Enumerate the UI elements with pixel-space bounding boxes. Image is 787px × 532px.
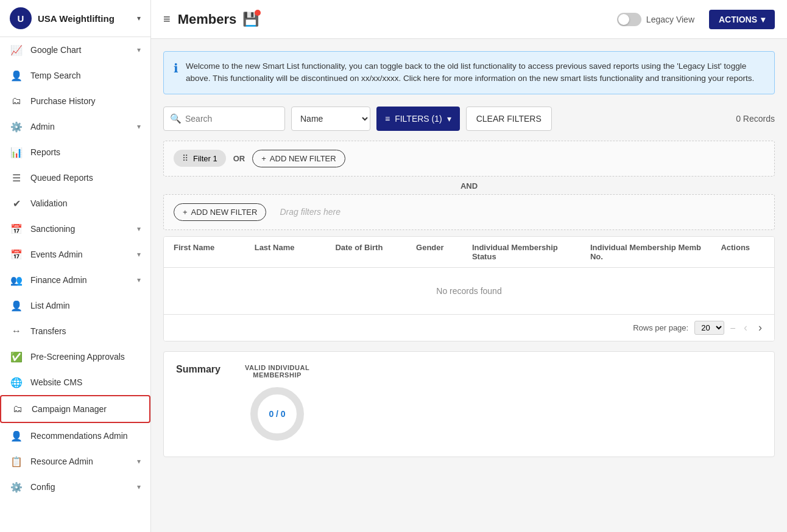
sidebar-label-temp-search: Temp Search [30,71,141,80]
name-filter-select[interactable]: Name [291,107,370,131]
sidebar-item-admin[interactable]: ⚙️ Admin ▾ [0,114,150,139]
sidebar-item-temp-search[interactable]: 👤 Temp Search [0,63,150,88]
donut-chart: 0 / 0 [247,383,308,444]
menu-icon[interactable]: ≡ [163,12,171,26]
sidebar-label-pre-screening: Pre-Screening Approvals [30,352,141,362]
sidebar-item-queued-reports[interactable]: ☰ Queued Reports [0,165,150,191]
add-filter-button-2[interactable]: + ADD NEW FILTER [174,203,266,221]
rows-per-page-select[interactable]: 20 [694,321,724,335]
main-content: ≡ Members 💾 Legacy View ACTIONS ▾ ℹ Welc… [151,0,787,532]
resource-admin-icon: 📋 [10,455,23,468]
sidebar-item-recommendations-admin[interactable]: 👤 Recommendations Admin [0,423,150,449]
avatar: U [10,7,32,29]
grip-icon: ⠿ [182,153,188,163]
sidebar-label-transfers: Transfers [30,326,141,336]
search-input[interactable] [185,114,278,124]
and-label: AND [163,181,775,191]
sanctioning-icon: 📅 [10,222,23,236]
sidebar-label-purchase-history: Purchase History [30,96,141,106]
sidebar-label-admin: Admin [30,122,130,131]
sidebar-item-website-cms[interactable]: 🌐 Website CMS [0,369,150,395]
sidebar-nav: 📈 Google Chart ▾ 👤 Temp Search 🗂 Purchas… [0,37,150,500]
info-banner: ℹ Welcome to the new Smart List function… [163,51,775,94]
chevron-down-icon: ▾ [137,14,141,23]
toggle-knob [618,14,629,25]
filter-group-2: + ADD NEW FILTER Drag filters here [163,194,775,230]
summary-label: Summary [176,364,221,375]
sidebar-label-finance-admin: Finance Admin [30,275,130,285]
filter-row-1: ⠿ Filter 1 OR + ADD NEW FILTER [174,150,764,167]
summary-section: Summary VALID INDIVIDUALMEMBERSHIP 0 / 0 [163,351,775,457]
google-chart-icon: 📈 [10,43,23,57]
save-icon[interactable]: 💾 [242,12,259,27]
sidebar-item-pre-screening[interactable]: ✅ Pre-Screening Approvals [0,344,150,369]
admin-icon: ⚙️ [10,120,23,133]
add-filter-button-1[interactable]: + ADD NEW FILTER [252,150,345,167]
members-table: First NameLast NameDate of BirthGenderIn… [163,236,775,341]
actions-button[interactable]: ACTIONS ▾ [709,10,775,29]
info-icon: ℹ [174,61,178,85]
chevron-right-icon: ▾ [137,122,141,131]
sidebar-item-list-admin[interactable]: 👤 List Admin [0,293,150,318]
filter-chip-1[interactable]: ⠿ Filter 1 [174,150,226,167]
table-column-date-of-birth: Date of Birth [335,243,410,261]
chevron-right-icon: ▾ [137,276,141,284]
table-column-gender: Gender [416,243,466,261]
pagination-next-button[interactable]: › [756,321,764,334]
pagination-separator: – [730,323,735,332]
table-column-first-name: First Name [174,243,249,261]
add-filter-label-2: ADD NEW FILTER [191,208,258,217]
transfers-icon: ↔ [10,324,23,338]
campaign-manager-icon: 🗂 [11,402,24,416]
config-icon: ⚙️ [10,480,23,494]
sidebar-item-validation[interactable]: ✔ Validation [0,191,150,216]
filter-bar: 🔍 Name ≡ FILTERS (1) ▾ CLEAR FILTERS 0 R… [163,107,775,131]
sidebar-item-config[interactable]: ⚙️ Config ▾ [0,474,150,500]
plus-icon-2: + [183,208,188,217]
sidebar-item-transfers[interactable]: ↔ Transfers [0,318,150,344]
sidebar-item-google-chart[interactable]: 📈 Google Chart ▾ [0,37,150,63]
list-admin-icon: 👤 [10,299,23,312]
sidebar-label-campaign-manager: Campaign Manager [32,404,139,414]
sidebar-item-finance-admin[interactable]: 👥 Finance Admin ▾ [0,267,150,293]
sidebar-item-sanctioning[interactable]: 📅 Sanctioning ▾ [0,216,150,242]
legacy-label: Legacy View [646,15,694,24]
page-title: Members 💾 [178,12,610,27]
table-footer: Rows per page: 20 – ‹ › [164,314,774,341]
sidebar-label-reports: Reports [30,147,141,157]
plus-icon: + [261,154,266,163]
rows-per-page-label: Rows per page: [633,323,688,332]
table-column-individual-membership-memb-no.: Individual Membership Memb No. [590,243,715,261]
table-column-actions: Actions [721,243,764,261]
legacy-toggle-wrapper: Legacy View [617,13,694,26]
sidebar-item-resource-admin[interactable]: 📋 Resource Admin ▾ [0,449,150,474]
sidebar-item-purchase-history[interactable]: 🗂 Purchase History [0,88,150,114]
donut-title: VALID INDIVIDUALMEMBERSHIP [245,364,309,379]
actions-label: ACTIONS [719,15,757,24]
chevron-right-icon: ▾ [137,457,141,466]
website-cms-icon: 🌐 [10,376,23,389]
sidebar-label-events-admin: Events Admin [30,250,130,259]
chevron-right-icon: ▾ [137,250,141,259]
sidebar-org-header[interactable]: U USA Weightlifting ▾ [0,0,150,37]
events-admin-icon: 📅 [10,248,23,261]
sidebar-item-campaign-manager[interactable]: 🗂 Campaign Manager [0,395,150,423]
legacy-view-toggle[interactable] [617,13,641,26]
queued-reports-icon: ☰ [10,171,23,184]
filter-group-1: ⠿ Filter 1 OR + ADD NEW FILTER [163,141,775,177]
purchase-history-icon: 🗂 [10,94,23,108]
main-scroll-content: ℹ Welcome to the new Smart List function… [151,39,787,532]
donut-chart-container: VALID INDIVIDUALMEMBERSHIP 0 / 0 [245,364,309,444]
sidebar-item-events-admin[interactable]: 📅 Events Admin ▾ [0,242,150,267]
pagination-prev-button[interactable]: ‹ [741,321,750,334]
topbar: ≡ Members 💾 Legacy View ACTIONS ▾ [151,0,787,39]
chevron-down-icon: ▾ [761,15,765,24]
sidebar-label-recommendations-admin: Recommendations Admin [30,431,141,441]
sidebar-item-reports[interactable]: 📊 Reports [0,139,150,165]
filter-row-2: + ADD NEW FILTER Drag filters here [174,203,764,221]
clear-filters-button[interactable]: CLEAR FILTERS [466,107,552,131]
sidebar-org-name: USA Weightlifting [38,13,131,24]
reports-icon: 📊 [10,145,23,159]
filters-button[interactable]: ≡ FILTERS (1) ▾ [376,107,460,131]
filters-label: FILTERS (1) [395,114,442,124]
